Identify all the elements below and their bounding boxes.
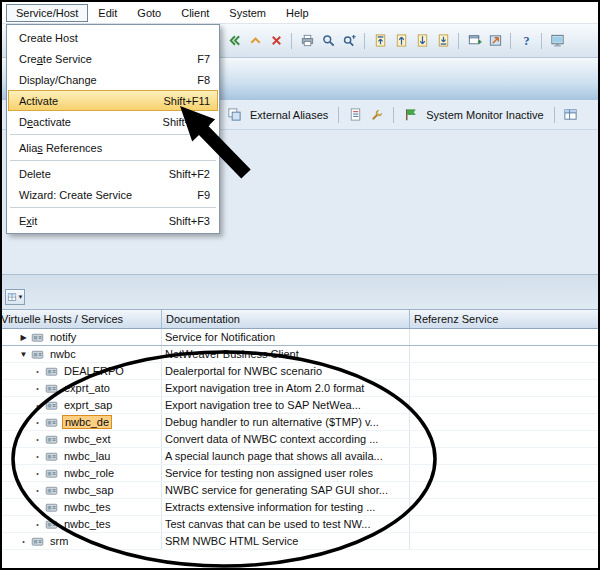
service-name[interactable]: notify bbox=[48, 330, 78, 345]
menubar-item-client[interactable]: Client bbox=[171, 4, 219, 22]
table-row[interactable]: •nwbc_tesTest canvas that can be used to… bbox=[2, 516, 598, 533]
service-name[interactable]: exprt_ato bbox=[62, 381, 112, 396]
cell-documentation: Dealerportal for NWBC scenario bbox=[162, 363, 410, 379]
table-row[interactable]: •nwbc_tesExtracts extensive information … bbox=[2, 499, 598, 516]
table-row[interactable]: •nwbc_lauA special launch page that show… bbox=[2, 448, 598, 465]
column-header-services[interactable]: Virtuelle Hosts / Services bbox=[2, 310, 162, 328]
external-aliases-icon[interactable] bbox=[225, 106, 243, 124]
cell-service: •nwbc_ext bbox=[2, 431, 162, 447]
toolbar-separator bbox=[338, 107, 339, 123]
last-page-icon[interactable] bbox=[434, 32, 452, 50]
table-row[interactable]: •nwbc_sapNWBC service for generating SAP… bbox=[2, 482, 598, 499]
cell-service: •nwbc_role bbox=[2, 465, 162, 481]
first-page-icon[interactable] bbox=[371, 32, 389, 50]
cell-documentation: Extracts extensive information for testi… bbox=[162, 499, 410, 515]
expanded-expander-icon[interactable]: ▼ bbox=[17, 347, 30, 362]
column-header-documentation[interactable]: Documentation bbox=[162, 310, 410, 328]
service-name[interactable]: nwbc_tes bbox=[62, 517, 112, 532]
table-row[interactable]: ▶notifyService for Notification bbox=[2, 329, 598, 346]
menu-separator bbox=[10, 134, 216, 135]
exit-icon[interactable] bbox=[246, 32, 264, 50]
service-icon bbox=[31, 535, 45, 548]
table-row[interactable]: •nwbc_roleService for testing non assign… bbox=[2, 465, 598, 482]
customize-icon[interactable] bbox=[548, 32, 566, 50]
table-row[interactable]: •exprt_sapExport navigation tree to SAP … bbox=[2, 397, 598, 414]
find-next-icon[interactable] bbox=[340, 32, 358, 50]
menu-item-delete[interactable]: DeleteShift+F2 bbox=[8, 163, 218, 184]
menubar-item-help[interactable]: Help bbox=[276, 4, 319, 22]
service-name[interactable]: nwbc_de bbox=[62, 415, 112, 429]
table-row[interactable]: •nwbc_deDebug handler to run alternative… bbox=[2, 414, 598, 431]
table-row[interactable]: •srmSRM NWBC HTML Service bbox=[2, 533, 598, 550]
menu-item-shortcut: Shift+F12 bbox=[149, 116, 210, 128]
service-icon bbox=[31, 348, 45, 361]
cell-service: •srm bbox=[2, 533, 162, 549]
create-shortcut-icon[interactable] bbox=[486, 32, 504, 50]
service-icon bbox=[31, 331, 45, 344]
cell-service: ▶notify bbox=[2, 329, 162, 345]
wrench-icon[interactable] bbox=[368, 106, 386, 124]
label-pre: Display/Change bbox=[19, 74, 97, 86]
menu-separator bbox=[10, 160, 216, 161]
cell-service: •exprt_sap bbox=[2, 397, 162, 413]
grid-icon bbox=[7, 292, 17, 302]
page-down-icon[interactable] bbox=[413, 32, 431, 50]
print-icon[interactable] bbox=[298, 32, 316, 50]
collapsed-expander-icon[interactable]: ▶ bbox=[17, 330, 30, 345]
page-up-icon[interactable] bbox=[392, 32, 410, 50]
cell-service: •nwbc_lau bbox=[2, 448, 162, 464]
menu-item-alias-references[interactable]: Alias References bbox=[8, 137, 218, 158]
service-name[interactable]: nwbc_tes bbox=[62, 500, 112, 515]
table-row[interactable]: •DEALERPODealerportal for NWBC scenario bbox=[2, 363, 598, 380]
layout-button[interactable]: ▼ bbox=[5, 289, 25, 305]
service-name[interactable]: exprt_sap bbox=[62, 398, 114, 413]
label-pre: Activate bbox=[19, 95, 58, 107]
service-name[interactable]: nwbc_sap bbox=[62, 483, 116, 498]
menubar-item-edit[interactable]: Edit bbox=[88, 4, 127, 22]
menubar-item-service-host[interactable]: Service/Host bbox=[6, 4, 88, 22]
table-row[interactable]: ▼nwbcNetWeaver Business Client bbox=[2, 346, 598, 363]
table-row[interactable]: •nwbc_extConvert data of NWBC context ac… bbox=[2, 431, 598, 448]
find-icon[interactable] bbox=[319, 32, 337, 50]
service-name[interactable]: DEALERPO bbox=[62, 364, 126, 379]
service-name[interactable]: nwbc_role bbox=[62, 466, 116, 481]
menu-item-create-host[interactable]: Create Host bbox=[8, 27, 218, 48]
leaf-bullet: • bbox=[31, 381, 44, 396]
table-settings-icon[interactable] bbox=[562, 106, 580, 124]
menu-item-wizard-create-service[interactable]: Wizard: Create ServiceF9 bbox=[8, 184, 218, 205]
menu-item-label: Delete bbox=[19, 168, 51, 180]
service-name[interactable]: nwbc_ext bbox=[62, 432, 112, 447]
help-icon[interactable]: ? bbox=[517, 32, 535, 50]
service-name[interactable]: srm bbox=[48, 534, 70, 549]
toolbar-separator bbox=[364, 33, 365, 49]
column-header-ref-service[interactable]: Referenz Service bbox=[410, 310, 598, 328]
document-icon[interactable] bbox=[346, 106, 364, 124]
menu-item-label: Display/Change bbox=[19, 74, 97, 86]
menubar-item-goto[interactable]: Goto bbox=[127, 4, 171, 22]
system-monitor-status: System Monitor Inactive bbox=[423, 109, 546, 121]
service-name[interactable]: nwbc_lau bbox=[62, 449, 112, 464]
cell-ref-service bbox=[410, 533, 598, 549]
leaf-bullet: • bbox=[31, 517, 44, 532]
leaf-bullet: • bbox=[31, 483, 44, 498]
menu-item-label: Wizard: Create Service bbox=[19, 189, 132, 201]
external-aliases-button[interactable]: External Aliases bbox=[247, 109, 331, 121]
table-header: Virtuelle Hosts / Services Documentation… bbox=[2, 310, 598, 329]
menu-item-activate[interactable]: ActivateShift+F11 bbox=[8, 90, 218, 111]
service-icon bbox=[45, 433, 59, 446]
cell-documentation: NetWeaver Business Client bbox=[162, 346, 410, 362]
new-session-icon[interactable] bbox=[465, 32, 483, 50]
back-icon[interactable] bbox=[225, 32, 243, 50]
menu-item-create-service[interactable]: Create ServiceF7 bbox=[8, 48, 218, 69]
toolbar-separator bbox=[510, 33, 511, 49]
cancel-icon[interactable] bbox=[267, 32, 285, 50]
menubar-item-system[interactable]: System bbox=[219, 4, 276, 22]
service-icon bbox=[45, 365, 59, 378]
cell-ref-service bbox=[410, 380, 598, 396]
service-name[interactable]: nwbc bbox=[48, 347, 78, 362]
flag-icon bbox=[401, 106, 419, 124]
menu-item-display-change[interactable]: Display/ChangeF8 bbox=[8, 69, 218, 90]
menu-item-deactivate[interactable]: DeactivateShift+F12 bbox=[8, 111, 218, 132]
menu-item-exit[interactable]: ExitShift+F3 bbox=[8, 210, 218, 231]
table-row[interactable]: •exprt_atoExport navigation tree in Atom… bbox=[2, 380, 598, 397]
